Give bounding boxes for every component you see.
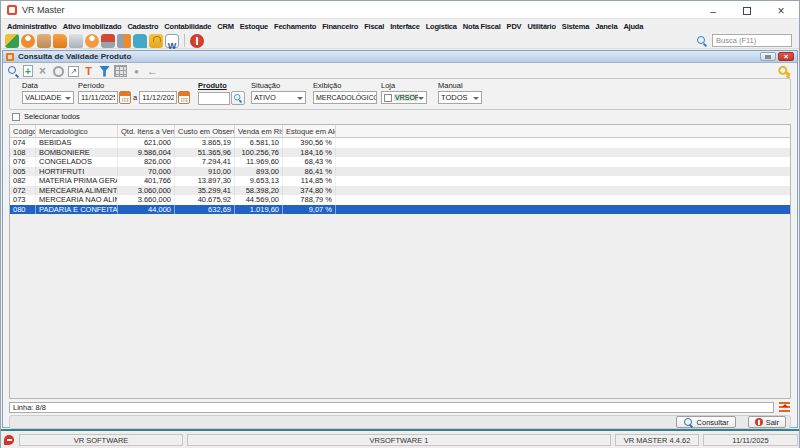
filter-icon[interactable]	[98, 65, 111, 78]
situacao-label: Situação	[251, 81, 306, 91]
menu-item-estoque[interactable]: Estoque	[237, 22, 271, 31]
cart-icon[interactable]	[69, 34, 83, 48]
back-icon[interactable]	[146, 65, 159, 78]
periodo-from-input[interactable]	[78, 91, 118, 104]
money-icon[interactable]	[5, 34, 19, 48]
consultar-button[interactable]: Consultar	[676, 416, 736, 428]
menu-item-janela[interactable]: Janela	[592, 22, 620, 31]
clear-filter-icon[interactable]	[82, 65, 95, 78]
menu-item-ativo-imobilizado[interactable]: Ativo Imobilizado	[60, 22, 125, 31]
menu-item-interface[interactable]: Interface	[387, 22, 422, 31]
consult-icon	[683, 417, 694, 428]
loja-checkbox[interactable]	[384, 94, 392, 102]
button-tray: Consultar Sair	[9, 415, 791, 429]
data-label: Data	[22, 81, 74, 91]
document-icon	[6, 53, 14, 61]
menu-item-fechamento[interactable]: Fechamento	[271, 22, 319, 31]
customer-icon[interactable]	[21, 34, 35, 48]
menu-item-contabilidade[interactable]: Contabilidade	[161, 22, 214, 31]
table-row[interactable]: 108BOMBONIERE9.586,00451.365,96100.256,7…	[10, 148, 790, 158]
menu-item-fiscal[interactable]: Fiscal	[361, 22, 387, 31]
settings-icon[interactable]	[52, 65, 65, 78]
chat-icon[interactable]	[133, 34, 147, 48]
menu-item-ajuda[interactable]: Ajuda	[620, 22, 646, 31]
exibicao-select[interactable]: MERCADOLÓGICO 1	[313, 91, 377, 104]
produto-input[interactable]	[198, 92, 230, 105]
select-all-checkbox[interactable]	[12, 113, 20, 121]
package-icon[interactable]	[37, 34, 51, 48]
table-row[interactable]: 005HORTIFRUTI70,000910,00893,0086,41 %	[10, 167, 790, 177]
produto-search-button[interactable]	[231, 91, 245, 105]
consulta-validade-window: Consulta de Validade Produto Data VALIDA…	[2, 50, 798, 428]
table-row[interactable]: 073MERCEARIA NAO ALIMENTOS3.660,00040.67…	[10, 195, 790, 205]
delete-icon[interactable]	[36, 65, 49, 78]
sair-button[interactable]: Sair	[748, 416, 786, 428]
menu-item-financeiro[interactable]: Financeiro	[319, 22, 361, 31]
table-row[interactable]: 082MATERIA PRIMA GERAL401,76613.897,309.…	[10, 176, 790, 186]
word-icon[interactable]	[165, 34, 179, 48]
close-inner-window-button[interactable]	[778, 52, 794, 61]
table-cell: 100.256,76	[235, 148, 283, 158]
table-cell: 44,000	[118, 205, 175, 215]
menu-item-nota-fiscal[interactable]: Nota Fiscal	[460, 22, 504, 31]
menu-item-sistema[interactable]: Sistema	[559, 22, 592, 31]
data-select[interactable]: VALIDADE	[22, 91, 74, 104]
person-icon[interactable]	[85, 34, 99, 48]
table-cell: 073	[10, 195, 36, 205]
truck-icon[interactable]	[53, 34, 67, 48]
toolbar-divider	[184, 34, 185, 47]
loja-select[interactable]: VRSOFT...	[381, 91, 427, 104]
menu-item-utilitário[interactable]: Utilitário	[524, 22, 558, 31]
record-icon[interactable]	[130, 65, 143, 78]
column-header-5[interactable]: Estoque em Alerta	[283, 125, 336, 137]
situacao-select[interactable]: ATIVO	[251, 91, 306, 104]
delivery-icon[interactable]	[117, 34, 131, 48]
table-cell: 9.586,004	[118, 148, 175, 158]
chevron-down-icon	[418, 97, 424, 103]
menu-item-crm[interactable]: CRM	[214, 22, 236, 31]
table-cell: 68,43 %	[283, 157, 336, 167]
new-icon[interactable]	[23, 65, 33, 77]
filter-manual: Manual TODOS	[438, 81, 482, 104]
column-header-3[interactable]: Custo em Observação	[175, 125, 235, 137]
export-icon[interactable]	[68, 66, 79, 77]
table-cell: 108	[10, 148, 36, 158]
column-header-1[interactable]: Mercadológico	[36, 125, 118, 137]
manual-select[interactable]: TODOS	[438, 91, 482, 104]
pos-icon[interactable]	[101, 34, 115, 48]
close-button[interactable]	[775, 1, 787, 19]
table-cell: 076	[10, 157, 36, 167]
table-cell: 44.569,00	[235, 195, 283, 205]
filter-exibicao: Exibição MERCADOLÓGICO 1	[313, 81, 377, 104]
table-row[interactable]: 076CONGELADOS826,0007.294,4111.969,6068,…	[10, 157, 790, 167]
table-row[interactable]: 072MERCEARIA ALIMENTOS3.060,00035.299,41…	[10, 186, 790, 196]
menu-item-pdv[interactable]: PDV	[504, 22, 525, 31]
column-header-0[interactable]: Código	[10, 125, 36, 137]
produto-label[interactable]: Produto	[198, 81, 245, 91]
menu-item-administrativo[interactable]: Administrativo	[4, 22, 60, 31]
maximize-button[interactable]	[741, 1, 753, 19]
search-icon	[233, 93, 243, 103]
calendar-icon[interactable]	[178, 91, 190, 104]
table-cell: 893,00	[235, 167, 283, 177]
periodo-to-input[interactable]	[139, 91, 177, 104]
menu-item-cadastro[interactable]: Cadastro	[124, 22, 161, 31]
vr-logo-icon	[4, 435, 14, 445]
table-row[interactable]: 080PADARIA E CONFEITARIA44,000632,691.01…	[10, 205, 790, 215]
select-all-label: Selecionar todos	[24, 112, 80, 121]
search-input[interactable]	[712, 34, 792, 47]
exit-icon[interactable]	[190, 34, 204, 48]
table-cell: 910,00	[175, 167, 235, 177]
table-row[interactable]: 074BEBIDAS621,0003.865,196.581,10390,56 …	[10, 138, 790, 148]
calendar-icon[interactable]	[119, 91, 131, 104]
scroll-top-icon[interactable]	[779, 402, 790, 413]
column-header-4[interactable]: Venda em Risco	[235, 125, 283, 137]
grid-icon[interactable]	[114, 65, 127, 78]
minimize-button[interactable]	[707, 1, 719, 19]
detach-window-button[interactable]	[760, 52, 776, 61]
column-header-2[interactable]: Qtd. Itens a Vencer	[118, 125, 175, 137]
lock-icon[interactable]	[149, 34, 163, 48]
menu-item-logística[interactable]: Logística	[423, 22, 460, 31]
consult-icon[interactable]	[7, 65, 20, 78]
chevron-down-icon	[65, 97, 71, 103]
